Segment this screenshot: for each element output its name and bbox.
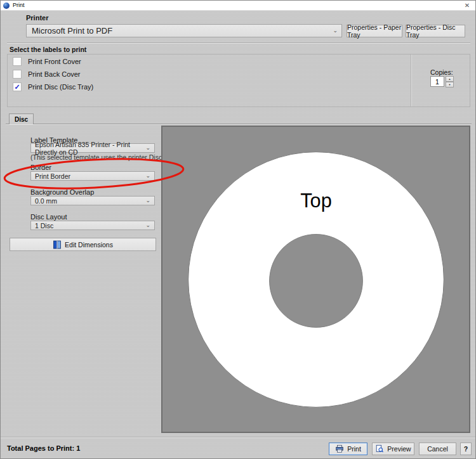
chevron-down-icon: ⌄	[145, 145, 150, 151]
copies-stepper: ▲ ▼	[446, 76, 454, 87]
print-button-label: Print	[347, 445, 361, 453]
print-back-cover-checkbox[interactable]	[13, 70, 22, 79]
background-overlap-select[interactable]: 0.0 mm ⌄	[30, 196, 155, 205]
printer-selected-value: Microsoft Print to PDF	[32, 26, 112, 36]
stepper-down-icon[interactable]: ▼	[446, 82, 454, 87]
chevron-down-icon: ⌄	[145, 173, 150, 179]
tab-panel-border	[6, 124, 472, 125]
background-overlap-value: 0.0 mm	[35, 197, 57, 205]
cancel-button[interactable]: Cancel	[419, 443, 456, 455]
background-overlap-label: Background Overlap	[30, 188, 94, 196]
tab-disc[interactable]: Disc	[9, 113, 34, 124]
help-button[interactable]: ?	[460, 443, 472, 455]
printer-separator	[7, 42, 470, 44]
app-disc-icon	[3, 3, 10, 9]
copies-label: Copies:	[430, 68, 453, 76]
copies-input[interactable]	[430, 76, 444, 87]
checkbox-label: Print Back Cover	[28, 70, 81, 78]
checkbox-row-front-cover: Print Front Cover	[13, 57, 81, 66]
preview-magnifier-icon	[375, 444, 384, 453]
close-icon[interactable]: ✕	[463, 1, 472, 10]
border-select[interactable]: Print Border ⌄	[30, 171, 155, 181]
properties-paper-tray-button[interactable]: Properties - Paper Tray	[347, 25, 402, 37]
preview-button[interactable]: Preview	[372, 443, 414, 455]
footer-separator	[1, 437, 476, 438]
edit-dimensions-label: Edit Dimensions	[65, 241, 113, 249]
disc-top-text: Top	[300, 190, 332, 212]
stepper-up-icon[interactable]: ▲	[446, 76, 454, 82]
printer-select[interactable]: Microsoft Print to PDF ⌄	[26, 24, 342, 37]
window-title: Print	[13, 2, 25, 8]
printer-icon	[335, 444, 344, 453]
disc-layout-value: 1 Disc	[35, 222, 53, 230]
labels-groupbox: Print Front Cover Print Back Cover ✓ Pri…	[7, 54, 470, 107]
checkbox-label: Print Front Cover	[28, 58, 81, 65]
label-template-select[interactable]: Epson Artisan 835 Printer - Print Direct…	[30, 143, 155, 153]
checkbox-label: Print Disc (Disc Tray)	[28, 83, 93, 91]
properties-disc-tray-button[interactable]: Properties - Disc Tray	[406, 25, 465, 37]
chevron-down-icon: ⌄	[333, 28, 338, 34]
check-icon: ✓	[14, 83, 20, 91]
disc-hole	[270, 235, 363, 328]
disc-preview-graphic: Top	[162, 127, 469, 432]
print-disc-checkbox[interactable]: ✓	[13, 82, 22, 91]
print-front-cover-checkbox[interactable]	[13, 57, 22, 66]
border-value: Print Border	[35, 172, 70, 180]
disc-layout-select[interactable]: 1 Disc ⌄	[30, 221, 155, 230]
print-dialog: Print ✕ Printer Microsoft Print to PDF ⌄…	[0, 0, 476, 459]
dimensions-book-icon	[53, 240, 62, 249]
edit-dimensions-button[interactable]: Edit Dimensions	[10, 238, 156, 251]
preview-button-label: Preview	[387, 445, 411, 453]
disc-layout-label: Disc Layout	[30, 213, 67, 221]
border-label: Border	[30, 164, 51, 171]
printer-section-label: Printer	[26, 14, 48, 22]
total-pages-status: Total Pages to Print: 1	[7, 444, 80, 452]
template-note: (This selected template uses the printer…	[30, 153, 179, 161]
disc-preview-panel: Top	[161, 126, 470, 433]
chevron-down-icon: ⌄	[145, 223, 150, 228]
print-button[interactable]: Print	[329, 443, 367, 455]
copies-divider	[411, 55, 412, 107]
checkbox-row-disc: ✓ Print Disc (Disc Tray)	[13, 82, 93, 91]
chevron-down-icon: ⌄	[145, 198, 150, 204]
title-bar: Print ✕	[1, 1, 475, 11]
checkbox-row-back-cover: Print Back Cover	[13, 70, 81, 79]
labels-group-title: Select the labels to print	[10, 46, 86, 53]
